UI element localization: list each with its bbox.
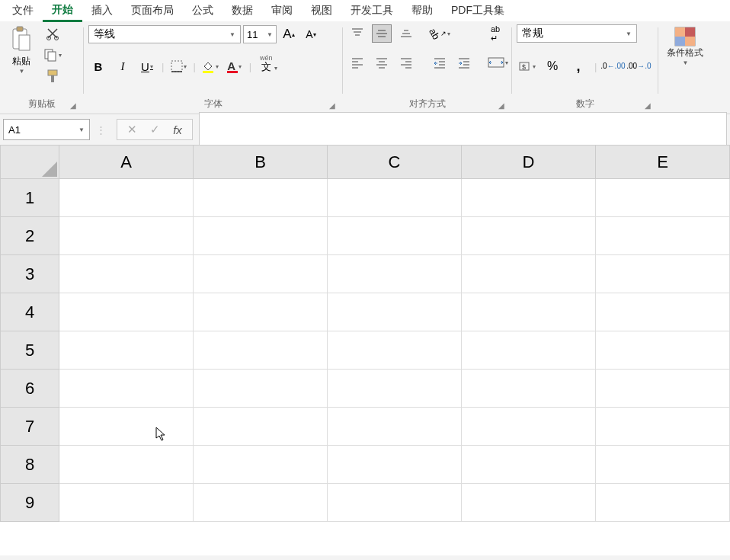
font-size-select[interactable]: 11▼ (243, 25, 277, 43)
cut-button[interactable] (41, 24, 63, 43)
row-header-6[interactable]: 6 (1, 370, 59, 408)
align-top-button[interactable] (347, 24, 367, 43)
cell-A4[interactable] (59, 293, 194, 331)
cell-E3[interactable] (596, 255, 730, 293)
cell-E5[interactable] (596, 331, 730, 370)
cell-B7[interactable] (194, 408, 328, 446)
row-header-5[interactable]: 5 (1, 331, 59, 370)
row-header-1[interactable]: 1 (1, 179, 59, 217)
percent-button[interactable]: % (543, 56, 562, 76)
cell-A8[interactable] (59, 446, 194, 484)
border-button[interactable]: ▾ (168, 56, 188, 76)
row-header-4[interactable]: 4 (1, 293, 59, 331)
cell-A6[interactable] (59, 370, 194, 408)
cell-A5[interactable] (59, 331, 194, 370)
decrease-decimal-button[interactable]: .00→.0 (629, 56, 648, 76)
align-middle-button[interactable] (372, 24, 392, 43)
cell-B8[interactable] (194, 446, 328, 484)
col-header-A[interactable]: A (59, 146, 194, 179)
cell-B2[interactable] (194, 217, 328, 255)
cell-D8[interactable] (462, 446, 596, 484)
font-color-button[interactable]: A▾ (225, 56, 245, 76)
col-header-C[interactable]: C (328, 146, 462, 179)
cell-C7[interactable] (328, 408, 462, 446)
name-box[interactable]: A1▼ (3, 119, 90, 140)
phonetic-button[interactable]: wén文 ▾ (256, 56, 276, 76)
menu-view[interactable]: 视图 (302, 1, 341, 21)
formula-input[interactable] (199, 112, 727, 147)
cell-E4[interactable] (596, 293, 730, 331)
cell-A2[interactable] (59, 217, 194, 255)
decrease-font-button[interactable]: A▾ (301, 24, 321, 44)
cell-A1[interactable] (59, 179, 194, 217)
cell-C4[interactable] (328, 293, 462, 331)
format-painter-button[interactable] (41, 67, 63, 85)
menu-developer[interactable]: 开发工具 (341, 1, 402, 21)
italic-button[interactable]: I (113, 56, 133, 76)
increase-decimal-button[interactable]: .0←.00 (603, 56, 623, 76)
cell-C6[interactable] (328, 370, 462, 408)
alignment-launcher-icon[interactable]: ◢ (497, 101, 506, 110)
fx-button[interactable]: fx (166, 123, 189, 136)
cell-D1[interactable] (462, 179, 596, 217)
menu-insert[interactable]: 插入 (82, 1, 122, 21)
wrap-text-button[interactable]: ab↵ (483, 24, 507, 43)
cell-D4[interactable] (462, 293, 596, 331)
align-right-button[interactable] (396, 53, 416, 72)
fill-color-button[interactable]: ▾ (200, 56, 220, 76)
clipboard-launcher-icon[interactable]: ◢ (69, 101, 78, 110)
bold-button[interactable]: B (88, 56, 108, 76)
align-bottom-button[interactable] (396, 24, 416, 43)
cell-C1[interactable] (328, 179, 462, 217)
number-launcher-icon[interactable]: ◢ (643, 101, 652, 110)
merge-center-button[interactable]: ▾ (483, 53, 512, 72)
increase-indent-button[interactable] (454, 53, 474, 72)
cell-C5[interactable] (328, 331, 462, 370)
cell-C9[interactable] (328, 484, 462, 522)
cell-D9[interactable] (462, 484, 596, 522)
cell-A9[interactable] (59, 484, 194, 522)
row-header-8[interactable]: 8 (1, 446, 59, 484)
number-format-select[interactable]: 常规▼ (517, 24, 637, 43)
cell-B6[interactable] (194, 370, 328, 408)
cell-B1[interactable] (194, 179, 328, 217)
cell-C3[interactable] (328, 255, 462, 293)
paste-dropdown-icon[interactable]: ▼ (19, 68, 25, 75)
cell-C8[interactable] (328, 446, 462, 484)
conditional-formatting-button[interactable]: 条件格式 ▼ (663, 24, 707, 69)
cell-A3[interactable] (59, 255, 194, 293)
cell-B9[interactable] (194, 484, 328, 522)
cell-A7[interactable] (59, 408, 194, 446)
font-name-select[interactable]: 等线▼ (88, 25, 241, 43)
menu-file[interactable]: 文件 (3, 1, 43, 21)
col-header-B[interactable]: B (194, 146, 328, 179)
col-header-D[interactable]: D (462, 146, 596, 179)
row-header-9[interactable]: 9 (1, 484, 59, 522)
cell-D3[interactable] (462, 255, 596, 293)
increase-font-button[interactable]: A▴ (279, 24, 299, 44)
cell-E8[interactable] (596, 446, 730, 484)
cell-B5[interactable] (194, 331, 328, 370)
menu-data[interactable]: 数据 (223, 1, 262, 21)
cell-E1[interactable] (596, 179, 730, 217)
cell-B4[interactable] (194, 293, 328, 331)
menu-home[interactable]: 开始 (43, 0, 82, 22)
cell-E9[interactable] (596, 484, 730, 522)
underline-button[interactable]: U▾ (137, 56, 157, 76)
menu-formulas[interactable]: 公式 (183, 1, 223, 21)
row-header-3[interactable]: 3 (1, 255, 59, 293)
cell-C2[interactable] (328, 217, 462, 255)
font-launcher-icon[interactable]: ◢ (328, 101, 337, 110)
copy-button[interactable]: ▾ (41, 46, 63, 64)
paste-button[interactable] (8, 24, 34, 55)
cell-D2[interactable] (462, 217, 596, 255)
orientation-button[interactable]: ab↗▾ (430, 24, 450, 43)
cell-E2[interactable] (596, 217, 730, 255)
cell-B3[interactable] (194, 255, 328, 293)
accounting-format-button[interactable]: $▾ (517, 56, 536, 76)
row-header-7[interactable]: 7 (1, 408, 59, 446)
cell-D6[interactable] (462, 370, 596, 408)
align-center-button[interactable] (372, 53, 392, 72)
menu-review[interactable]: 审阅 (262, 1, 302, 21)
cell-D5[interactable] (462, 331, 596, 370)
